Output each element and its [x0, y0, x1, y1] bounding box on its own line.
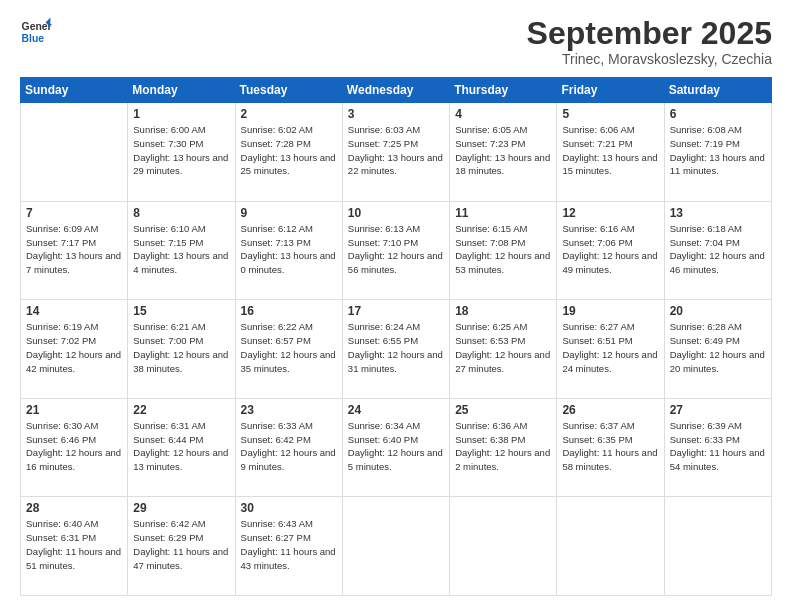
- day-number: 28: [26, 501, 122, 515]
- calendar-week-row: 1Sunrise: 6:00 AM Sunset: 7:30 PM Daylig…: [21, 103, 772, 202]
- day-number: 27: [670, 403, 766, 417]
- calendar-cell: 18Sunrise: 6:25 AM Sunset: 6:53 PM Dayli…: [450, 300, 557, 399]
- calendar-cell: 23Sunrise: 6:33 AM Sunset: 6:42 PM Dayli…: [235, 398, 342, 497]
- day-number: 23: [241, 403, 337, 417]
- calendar-cell: 10Sunrise: 6:13 AM Sunset: 7:10 PM Dayli…: [342, 201, 449, 300]
- day-info: Sunrise: 6:13 AM Sunset: 7:10 PM Dayligh…: [348, 222, 444, 277]
- day-number: 3: [348, 107, 444, 121]
- calendar-cell: 11Sunrise: 6:15 AM Sunset: 7:08 PM Dayli…: [450, 201, 557, 300]
- day-number: 26: [562, 403, 658, 417]
- calendar-cell: [450, 497, 557, 596]
- day-info: Sunrise: 6:31 AM Sunset: 6:44 PM Dayligh…: [133, 419, 229, 474]
- calendar-cell: 7Sunrise: 6:09 AM Sunset: 7:17 PM Daylig…: [21, 201, 128, 300]
- page: General Blue September 2025 Trinec, Mora…: [0, 0, 792, 612]
- day-number: 6: [670, 107, 766, 121]
- day-number: 7: [26, 206, 122, 220]
- calendar-cell: [664, 497, 771, 596]
- day-info: Sunrise: 6:10 AM Sunset: 7:15 PM Dayligh…: [133, 222, 229, 277]
- calendar-cell: [342, 497, 449, 596]
- calendar-cell: 20Sunrise: 6:28 AM Sunset: 6:49 PM Dayli…: [664, 300, 771, 399]
- weekday-header: Thursday: [450, 78, 557, 103]
- calendar-cell: 21Sunrise: 6:30 AM Sunset: 6:46 PM Dayli…: [21, 398, 128, 497]
- day-info: Sunrise: 6:40 AM Sunset: 6:31 PM Dayligh…: [26, 517, 122, 572]
- calendar-cell: 15Sunrise: 6:21 AM Sunset: 7:00 PM Dayli…: [128, 300, 235, 399]
- calendar-cell: 22Sunrise: 6:31 AM Sunset: 6:44 PM Dayli…: [128, 398, 235, 497]
- day-info: Sunrise: 6:22 AM Sunset: 6:57 PM Dayligh…: [241, 320, 337, 375]
- calendar-week-row: 7Sunrise: 6:09 AM Sunset: 7:17 PM Daylig…: [21, 201, 772, 300]
- day-number: 25: [455, 403, 551, 417]
- day-info: Sunrise: 6:43 AM Sunset: 6:27 PM Dayligh…: [241, 517, 337, 572]
- day-info: Sunrise: 6:30 AM Sunset: 6:46 PM Dayligh…: [26, 419, 122, 474]
- day-number: 13: [670, 206, 766, 220]
- day-number: 12: [562, 206, 658, 220]
- day-info: Sunrise: 6:05 AM Sunset: 7:23 PM Dayligh…: [455, 123, 551, 178]
- day-info: Sunrise: 6:09 AM Sunset: 7:17 PM Dayligh…: [26, 222, 122, 277]
- calendar-cell: 25Sunrise: 6:36 AM Sunset: 6:38 PM Dayli…: [450, 398, 557, 497]
- day-info: Sunrise: 6:24 AM Sunset: 6:55 PM Dayligh…: [348, 320, 444, 375]
- day-number: 21: [26, 403, 122, 417]
- day-number: 5: [562, 107, 658, 121]
- day-info: Sunrise: 6:33 AM Sunset: 6:42 PM Dayligh…: [241, 419, 337, 474]
- day-info: Sunrise: 6:18 AM Sunset: 7:04 PM Dayligh…: [670, 222, 766, 277]
- day-info: Sunrise: 6:08 AM Sunset: 7:19 PM Dayligh…: [670, 123, 766, 178]
- calendar-table: SundayMondayTuesdayWednesdayThursdayFrid…: [20, 77, 772, 596]
- day-info: Sunrise: 6:36 AM Sunset: 6:38 PM Dayligh…: [455, 419, 551, 474]
- calendar-cell: 9Sunrise: 6:12 AM Sunset: 7:13 PM Daylig…: [235, 201, 342, 300]
- day-info: Sunrise: 6:12 AM Sunset: 7:13 PM Dayligh…: [241, 222, 337, 277]
- location: Trinec, Moravskoslezsky, Czechia: [527, 51, 772, 67]
- day-info: Sunrise: 6:16 AM Sunset: 7:06 PM Dayligh…: [562, 222, 658, 277]
- logo: General Blue: [20, 16, 52, 48]
- calendar-cell: 1Sunrise: 6:00 AM Sunset: 7:30 PM Daylig…: [128, 103, 235, 202]
- calendar-cell: 16Sunrise: 6:22 AM Sunset: 6:57 PM Dayli…: [235, 300, 342, 399]
- day-number: 18: [455, 304, 551, 318]
- day-number: 16: [241, 304, 337, 318]
- day-number: 30: [241, 501, 337, 515]
- weekday-header: Friday: [557, 78, 664, 103]
- calendar-cell: 19Sunrise: 6:27 AM Sunset: 6:51 PM Dayli…: [557, 300, 664, 399]
- day-number: 1: [133, 107, 229, 121]
- weekday-header: Sunday: [21, 78, 128, 103]
- day-info: Sunrise: 6:25 AM Sunset: 6:53 PM Dayligh…: [455, 320, 551, 375]
- day-number: 8: [133, 206, 229, 220]
- calendar-week-row: 28Sunrise: 6:40 AM Sunset: 6:31 PM Dayli…: [21, 497, 772, 596]
- day-info: Sunrise: 6:06 AM Sunset: 7:21 PM Dayligh…: [562, 123, 658, 178]
- day-number: 11: [455, 206, 551, 220]
- calendar-cell: 14Sunrise: 6:19 AM Sunset: 7:02 PM Dayli…: [21, 300, 128, 399]
- weekday-header-row: SundayMondayTuesdayWednesdayThursdayFrid…: [21, 78, 772, 103]
- day-info: Sunrise: 6:37 AM Sunset: 6:35 PM Dayligh…: [562, 419, 658, 474]
- calendar-cell: 6Sunrise: 6:08 AM Sunset: 7:19 PM Daylig…: [664, 103, 771, 202]
- logo-icon: General Blue: [20, 16, 52, 48]
- day-number: 10: [348, 206, 444, 220]
- weekday-header: Saturday: [664, 78, 771, 103]
- calendar-cell: 4Sunrise: 6:05 AM Sunset: 7:23 PM Daylig…: [450, 103, 557, 202]
- day-number: 29: [133, 501, 229, 515]
- calendar-cell: 26Sunrise: 6:37 AM Sunset: 6:35 PM Dayli…: [557, 398, 664, 497]
- calendar-cell: 3Sunrise: 6:03 AM Sunset: 7:25 PM Daylig…: [342, 103, 449, 202]
- day-number: 9: [241, 206, 337, 220]
- day-info: Sunrise: 6:00 AM Sunset: 7:30 PM Dayligh…: [133, 123, 229, 178]
- day-info: Sunrise: 6:03 AM Sunset: 7:25 PM Dayligh…: [348, 123, 444, 178]
- calendar-cell: 12Sunrise: 6:16 AM Sunset: 7:06 PM Dayli…: [557, 201, 664, 300]
- day-number: 14: [26, 304, 122, 318]
- weekday-header: Monday: [128, 78, 235, 103]
- calendar-cell: 8Sunrise: 6:10 AM Sunset: 7:15 PM Daylig…: [128, 201, 235, 300]
- calendar-cell: 17Sunrise: 6:24 AM Sunset: 6:55 PM Dayli…: [342, 300, 449, 399]
- day-info: Sunrise: 6:21 AM Sunset: 7:00 PM Dayligh…: [133, 320, 229, 375]
- calendar-cell: [557, 497, 664, 596]
- day-info: Sunrise: 6:27 AM Sunset: 6:51 PM Dayligh…: [562, 320, 658, 375]
- weekday-header: Tuesday: [235, 78, 342, 103]
- day-info: Sunrise: 6:28 AM Sunset: 6:49 PM Dayligh…: [670, 320, 766, 375]
- day-number: 20: [670, 304, 766, 318]
- svg-text:Blue: Blue: [22, 33, 45, 44]
- calendar-cell: 2Sunrise: 6:02 AM Sunset: 7:28 PM Daylig…: [235, 103, 342, 202]
- title-block: September 2025 Trinec, Moravskoslezsky, …: [527, 16, 772, 67]
- calendar-cell: 28Sunrise: 6:40 AM Sunset: 6:31 PM Dayli…: [21, 497, 128, 596]
- day-number: 4: [455, 107, 551, 121]
- day-info: Sunrise: 6:02 AM Sunset: 7:28 PM Dayligh…: [241, 123, 337, 178]
- calendar-cell: 29Sunrise: 6:42 AM Sunset: 6:29 PM Dayli…: [128, 497, 235, 596]
- header: General Blue September 2025 Trinec, Mora…: [20, 16, 772, 67]
- calendar-cell: 27Sunrise: 6:39 AM Sunset: 6:33 PM Dayli…: [664, 398, 771, 497]
- day-info: Sunrise: 6:34 AM Sunset: 6:40 PM Dayligh…: [348, 419, 444, 474]
- calendar-cell: 13Sunrise: 6:18 AM Sunset: 7:04 PM Dayli…: [664, 201, 771, 300]
- calendar-cell: 24Sunrise: 6:34 AM Sunset: 6:40 PM Dayli…: [342, 398, 449, 497]
